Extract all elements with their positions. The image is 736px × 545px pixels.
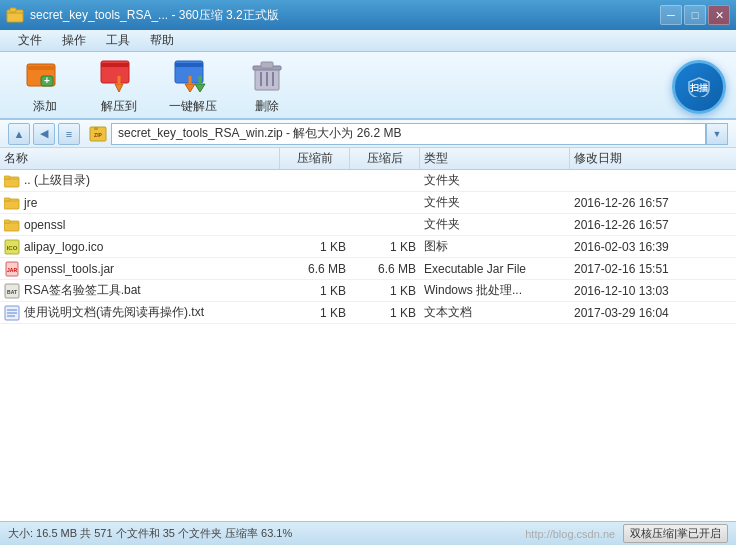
shield-scan-icon: 扫描 (687, 77, 711, 97)
nav-back-button[interactable]: ◀ (33, 123, 55, 145)
table-row[interactable]: JAR openssl_tools.jar 6.6 MB 6.6 MB Exec… (0, 258, 736, 280)
table-row[interactable]: .. (上级目录) 文件夹 (0, 170, 736, 192)
svg-text:+: + (44, 75, 50, 86)
menu-file[interactable]: 文件 (8, 30, 52, 51)
menu-bar: 文件 操作 工具 帮助 (0, 30, 736, 52)
svg-text:ZIP: ZIP (94, 132, 102, 138)
svg-text:JAR: JAR (7, 267, 17, 273)
file-type-icon: JAR (4, 261, 20, 277)
status-bar: 大小: 16.5 MB 共 571 个文件和 35 个文件夹 压缩率 63.1%… (0, 521, 736, 545)
file-name-cell: openssl (0, 217, 280, 233)
menu-action[interactable]: 操作 (52, 30, 96, 51)
path-bar: ▲ ◀ ≡ ZIP secret_key_tools_RSA_win.zip -… (0, 120, 736, 148)
add-button[interactable]: + 添加 (10, 55, 80, 115)
add-label: 添加 (33, 98, 57, 115)
file-name-cell: JAR openssl_tools.jar (0, 261, 280, 277)
menu-help[interactable]: 帮助 (140, 30, 184, 51)
svg-rect-4 (27, 66, 55, 70)
file-type-icon (4, 173, 20, 189)
onekey-label: 一键解压 (169, 98, 217, 115)
file-comp-after: 1 KB (350, 240, 420, 254)
svg-marker-15 (195, 84, 205, 92)
file-comp-before: 1 KB (280, 284, 350, 298)
onekey-button[interactable]: 一键解压 (158, 55, 228, 115)
col-name: 名称 (0, 148, 280, 169)
status-text: 大小: 16.5 MB 共 571 个文件和 35 个文件夹 压缩率 63.1% (8, 526, 292, 541)
svg-text:扫描: 扫描 (689, 83, 708, 93)
col-type: 类型 (420, 148, 570, 169)
zip-file-icon: ZIP (89, 125, 107, 143)
status-right: http://blog.csdn.ne 双核压缩|掌已开启 (525, 524, 728, 543)
file-type-icon (4, 217, 20, 233)
toolbar: + 添加 解压到 一键解压 (0, 52, 736, 120)
app-window: secret_key_tools_RSA_... - 360压缩 3.2正式版 … (0, 0, 736, 545)
extract-button[interactable]: 解压到 (84, 55, 154, 115)
file-name: jre (24, 196, 37, 210)
scan-button[interactable]: 扫描 (672, 60, 726, 114)
svg-marker-13 (185, 84, 195, 92)
extract-icon (99, 56, 139, 96)
table-row[interactable]: 使用说明文档(请先阅读再操作).txt 1 KB 1 KB 文本文档 2017-… (0, 302, 736, 324)
nav-up-button[interactable]: ▲ (8, 123, 30, 145)
file-name-cell: 使用说明文档(请先阅读再操作).txt (0, 304, 280, 321)
table-row[interactable]: BAT RSA签名验签工具.bat 1 KB 1 KB Windows 批处理.… (0, 280, 736, 302)
menu-tools[interactable]: 工具 (96, 30, 140, 51)
svg-rect-25 (94, 127, 98, 130)
file-comp-after: 1 KB (350, 306, 420, 320)
file-mod-date: 2016-02-03 16:39 (570, 240, 730, 254)
svg-marker-9 (115, 84, 123, 92)
file-comp-before: 1 KB (280, 240, 350, 254)
svg-rect-12 (175, 63, 203, 67)
svg-rect-19 (261, 62, 273, 68)
path-text[interactable]: secret_key_tools_RSA_win.zip - 解包大小为 26.… (111, 123, 706, 145)
file-mod-date: 2017-03-29 16:04 (570, 306, 730, 320)
delete-icon (247, 56, 287, 96)
path-dropdown[interactable]: ▼ (706, 123, 728, 145)
column-headers: 名称 压缩前 压缩后 类型 修改日期 (0, 148, 736, 170)
title-text: secret_key_tools_RSA_... - 360压缩 3.2正式版 (30, 7, 660, 24)
file-type-icon (4, 195, 20, 211)
file-name: alipay_logo.ico (24, 240, 103, 254)
delete-button[interactable]: 删除 (232, 55, 302, 115)
file-type-icon: BAT (4, 283, 20, 299)
file-comp-after: 6.6 MB (350, 262, 420, 276)
delete-label: 删除 (255, 98, 279, 115)
svg-rect-2 (10, 8, 16, 12)
file-name-cell: BAT RSA签名验签工具.bat (0, 282, 280, 299)
file-name: RSA签名验签工具.bat (24, 282, 141, 299)
minimize-button[interactable]: ─ (660, 5, 682, 25)
nav-view-button[interactable]: ≡ (58, 123, 80, 145)
svg-rect-35 (4, 220, 10, 223)
table-row[interactable]: ICO alipay_logo.ico 1 KB 1 KB 图标 2016-02… (0, 236, 736, 258)
add-icon: + (25, 56, 65, 96)
col-comp-before: 压缩前 (280, 148, 350, 169)
close-button[interactable]: ✕ (708, 5, 730, 25)
svg-rect-8 (101, 63, 129, 67)
file-mod-date: 2016-12-26 16:57 (570, 196, 730, 210)
file-name-cell: .. (上级目录) (0, 172, 280, 189)
table-row[interactable]: openssl 文件夹 2016-12-26 16:57 (0, 214, 736, 236)
onekey-icon (173, 56, 213, 96)
title-bar: secret_key_tools_RSA_... - 360压缩 3.2正式版 … (0, 0, 736, 30)
file-name: .. (上级目录) (24, 172, 90, 189)
file-name: openssl (24, 218, 65, 232)
file-mod-date: 2016-12-26 16:57 (570, 218, 730, 232)
svg-text:ICO: ICO (7, 245, 18, 251)
file-name-cell: ICO alipay_logo.ico (0, 239, 280, 255)
file-type-icon: ICO (4, 239, 20, 255)
file-type: Executable Jar File (420, 262, 570, 276)
file-name: 使用说明文档(请先阅读再操作).txt (24, 304, 204, 321)
file-list: .. (上级目录) 文件夹 jre 文件夹 2016-12-26 16:57 o… (0, 170, 736, 521)
col-mod-date: 修改日期 (570, 148, 730, 169)
maximize-button[interactable]: □ (684, 5, 706, 25)
svg-rect-29 (4, 176, 10, 179)
file-type: 文件夹 (420, 194, 570, 211)
dual-core-button[interactable]: 双核压缩|掌已开启 (623, 524, 728, 543)
watermark: http://blog.csdn.ne (525, 528, 615, 540)
file-name: openssl_tools.jar (24, 262, 114, 276)
file-mod-date: 2016-12-10 13:03 (570, 284, 730, 298)
file-type: Windows 批处理... (420, 282, 570, 299)
file-type: 文件夹 (420, 172, 570, 189)
table-row[interactable]: jre 文件夹 2016-12-26 16:57 (0, 192, 736, 214)
file-name-cell: jre (0, 195, 280, 211)
